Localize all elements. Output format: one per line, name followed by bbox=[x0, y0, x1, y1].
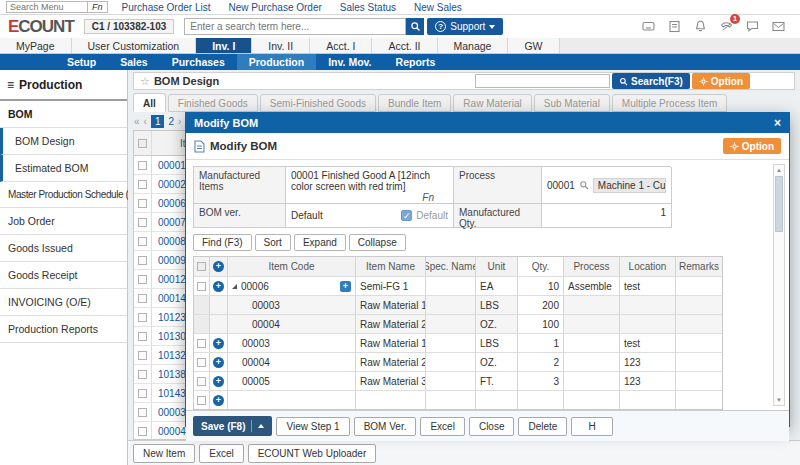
row-checkbox[interactable] bbox=[138, 180, 147, 189]
add-child-icon[interactable]: + bbox=[340, 281, 351, 292]
add-row-icon[interactable]: + bbox=[213, 261, 224, 272]
bell-icon[interactable] bbox=[693, 19, 708, 34]
first-page-arrow[interactable]: « bbox=[134, 116, 140, 127]
scroll-up-icon[interactable]: ▲ bbox=[774, 165, 784, 175]
phone-icon[interactable]: 1 bbox=[719, 19, 734, 34]
qty-cell[interactable]: 100 bbox=[518, 315, 564, 333]
tab-sub-material[interactable]: Sub Material bbox=[534, 94, 610, 112]
qty-cell[interactable]: 3 bbox=[518, 372, 564, 390]
subnav-inv-mov[interactable]: Inv. Mov. bbox=[316, 54, 383, 70]
prev-page-arrow[interactable]: ‹ bbox=[144, 116, 147, 127]
row-checkbox[interactable] bbox=[138, 237, 147, 246]
tab-raw-material[interactable]: Raw Material bbox=[453, 94, 531, 112]
row-checkbox[interactable] bbox=[138, 294, 147, 303]
add-row-icon[interactable]: + bbox=[213, 357, 224, 368]
tab-finished-goods[interactable]: Finished Goods bbox=[168, 94, 258, 112]
add-row-icon[interactable]: + bbox=[213, 338, 224, 349]
sidebar-header[interactable]: ≡Production bbox=[0, 70, 127, 101]
sidebar-item-goods-issued[interactable]: Goods Issued bbox=[0, 235, 127, 262]
quick-link-new-sales[interactable]: New Sales bbox=[414, 2, 462, 13]
item-code-link[interactable]: 00002 bbox=[152, 179, 186, 190]
item-code-link[interactable]: 00012 bbox=[152, 274, 186, 285]
excel-button[interactable]: Excel bbox=[199, 444, 243, 463]
subnav-setup[interactable]: Setup bbox=[55, 54, 108, 70]
item-code-link[interactable]: 00004 bbox=[152, 426, 186, 437]
find-f3-button[interactable]: Find (F3) bbox=[193, 234, 252, 251]
row-checkbox[interactable] bbox=[138, 256, 147, 265]
page-number-1[interactable]: 1 bbox=[151, 115, 165, 128]
sidebar-item-bom[interactable]: BOM bbox=[0, 101, 127, 128]
search-f3-button[interactable]: Search(F3) bbox=[612, 73, 690, 89]
item-code-link[interactable]: 00006 bbox=[152, 198, 186, 209]
qty-cell[interactable]: 1 bbox=[518, 334, 564, 352]
quick-link-purchase-order-list[interactable]: Purchase Order List bbox=[122, 2, 211, 13]
ecount-logo[interactable]: ECOUNT bbox=[8, 17, 74, 37]
note-icon[interactable] bbox=[667, 19, 682, 34]
sidebar-item-invoicing[interactable]: INVOICING (O/E) bbox=[0, 289, 127, 316]
tab-multiple-process-item[interactable]: Multiple Process Item bbox=[612, 94, 728, 112]
h-button[interactable]: H bbox=[571, 417, 612, 436]
mail-icon[interactable] bbox=[771, 19, 786, 34]
view-step-1-button[interactable]: View Step 1 bbox=[276, 417, 349, 436]
add-row-icon[interactable]: + bbox=[213, 376, 224, 387]
modal-excel-button[interactable]: Excel bbox=[420, 417, 464, 436]
global-search-input[interactable] bbox=[184, 18, 406, 35]
row-checkbox[interactable] bbox=[138, 275, 147, 284]
qty-cell[interactable]: 200 bbox=[518, 296, 564, 314]
device-shortcut-icon[interactable] bbox=[641, 19, 656, 34]
scroll-down-icon[interactable]: ▼ bbox=[774, 395, 784, 405]
close-button[interactable]: Close bbox=[469, 417, 515, 436]
qty-cell[interactable]: 2 bbox=[518, 353, 564, 371]
sidebar-item-job-order[interactable]: Job Order bbox=[0, 208, 127, 235]
bom-version-value[interactable]: Default bbox=[291, 210, 323, 221]
item-code-link[interactable]: 10132 bbox=[152, 350, 186, 361]
select-all-checkbox[interactable] bbox=[138, 139, 147, 148]
manufactured-items-value[interactable]: 00001 Finished Good A [12inch color scre… bbox=[286, 167, 454, 204]
sort-button[interactable]: Sort bbox=[255, 234, 291, 251]
tab-bundle-item[interactable]: Bundle Item bbox=[378, 94, 451, 112]
menu-search-input[interactable] bbox=[6, 1, 88, 13]
row-checkbox[interactable] bbox=[138, 370, 147, 379]
favorite-star-icon[interactable]: ☆ bbox=[140, 75, 150, 88]
location-cell[interactable]: test bbox=[620, 277, 676, 295]
row-checkbox[interactable] bbox=[138, 313, 147, 322]
tab-acct-1[interactable]: Acct. I bbox=[310, 38, 372, 53]
row-checkbox[interactable] bbox=[197, 358, 206, 367]
tab-acct-2[interactable]: Acct. II bbox=[372, 38, 437, 53]
next-page-arrow[interactable]: › bbox=[178, 116, 181, 127]
row-checkbox[interactable] bbox=[138, 161, 147, 170]
item-code-link[interactable]: 00009 bbox=[152, 255, 186, 266]
location-cell[interactable]: 123 bbox=[620, 353, 676, 371]
page-number-2[interactable]: 2 bbox=[168, 116, 174, 127]
item-code-link[interactable]: 00007 bbox=[152, 217, 186, 228]
tab-inv-1[interactable]: Inv. I bbox=[196, 38, 252, 53]
manufactured-qty-value[interactable]: 1 bbox=[542, 204, 672, 228]
fn-button[interactable]: Fn bbox=[88, 1, 108, 13]
page-search-input[interactable] bbox=[475, 74, 610, 88]
chat-icon[interactable] bbox=[745, 19, 760, 34]
quick-link-sales-status[interactable]: Sales Status bbox=[340, 2, 396, 13]
modal-scrollbar[interactable]: ▲ ▼ bbox=[773, 164, 785, 406]
add-row-icon[interactable]: + bbox=[213, 395, 224, 406]
new-item-button[interactable]: New Item bbox=[133, 444, 195, 463]
item-code-link[interactable]: 00001 bbox=[152, 160, 186, 171]
tab-user-customization[interactable]: User Customization bbox=[72, 38, 197, 53]
row-checkbox[interactable] bbox=[197, 339, 206, 348]
sidebar-item-goods-receipt[interactable]: Goods Receipt bbox=[0, 262, 127, 289]
scrollbar-thumb[interactable] bbox=[775, 176, 783, 232]
sidebar-item-bom-design[interactable]: BOM Design bbox=[0, 128, 127, 155]
bom-ver-button[interactable]: BOM Ver. bbox=[354, 417, 417, 436]
subnav-reports[interactable]: Reports bbox=[384, 54, 448, 70]
row-checkbox[interactable] bbox=[138, 351, 147, 360]
tab-mypage[interactable]: MyPage bbox=[0, 38, 72, 53]
option-button[interactable]: Option bbox=[692, 73, 750, 89]
expand-button[interactable]: Expand bbox=[294, 234, 346, 251]
row-checkbox[interactable] bbox=[138, 218, 147, 227]
grid-select-all-checkbox[interactable] bbox=[197, 262, 206, 271]
sidebar-item-mps[interactable]: Master Production Schedule (MPS) bbox=[0, 182, 127, 208]
qty-cell[interactable]: 10 bbox=[518, 277, 564, 295]
row-checkbox[interactable] bbox=[197, 396, 206, 405]
row-checkbox[interactable] bbox=[138, 389, 147, 398]
tab-gw[interactable]: GW bbox=[508, 38, 559, 53]
search-icon[interactable] bbox=[579, 180, 589, 190]
